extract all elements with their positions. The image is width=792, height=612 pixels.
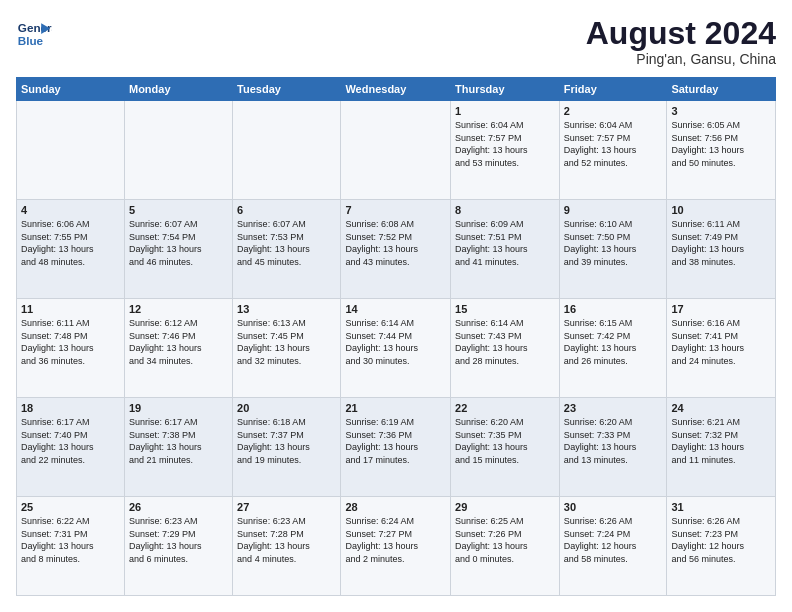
day-cell: 9Sunrise: 6:10 AM Sunset: 7:50 PM Daylig… [559, 200, 667, 299]
day-cell [124, 101, 232, 200]
day-number: 3 [671, 105, 771, 117]
week-row-4: 25Sunrise: 6:22 AM Sunset: 7:31 PM Dayli… [17, 497, 776, 596]
day-number: 1 [455, 105, 555, 117]
day-cell: 16Sunrise: 6:15 AM Sunset: 7:42 PM Dayli… [559, 299, 667, 398]
day-info: Sunrise: 6:20 AM Sunset: 7:33 PM Dayligh… [564, 416, 663, 466]
day-number: 17 [671, 303, 771, 315]
day-info: Sunrise: 6:04 AM Sunset: 7:57 PM Dayligh… [564, 119, 663, 169]
day-cell: 14Sunrise: 6:14 AM Sunset: 7:44 PM Dayli… [341, 299, 451, 398]
day-number: 20 [237, 402, 336, 414]
day-number: 31 [671, 501, 771, 513]
day-number: 28 [345, 501, 446, 513]
col-header-thursday: Thursday [451, 78, 560, 101]
day-cell: 11Sunrise: 6:11 AM Sunset: 7:48 PM Dayli… [17, 299, 125, 398]
day-info: Sunrise: 6:18 AM Sunset: 7:37 PM Dayligh… [237, 416, 336, 466]
day-number: 13 [237, 303, 336, 315]
day-number: 22 [455, 402, 555, 414]
day-number: 30 [564, 501, 663, 513]
day-cell: 7Sunrise: 6:08 AM Sunset: 7:52 PM Daylig… [341, 200, 451, 299]
day-number: 4 [21, 204, 120, 216]
day-number: 12 [129, 303, 228, 315]
week-row-2: 11Sunrise: 6:11 AM Sunset: 7:48 PM Dayli… [17, 299, 776, 398]
day-info: Sunrise: 6:10 AM Sunset: 7:50 PM Dayligh… [564, 218, 663, 268]
day-info: Sunrise: 6:07 AM Sunset: 7:54 PM Dayligh… [129, 218, 228, 268]
day-cell: 21Sunrise: 6:19 AM Sunset: 7:36 PM Dayli… [341, 398, 451, 497]
day-number: 19 [129, 402, 228, 414]
day-number: 29 [455, 501, 555, 513]
day-info: Sunrise: 6:22 AM Sunset: 7:31 PM Dayligh… [21, 515, 120, 565]
day-info: Sunrise: 6:15 AM Sunset: 7:42 PM Dayligh… [564, 317, 663, 367]
day-info: Sunrise: 6:21 AM Sunset: 7:32 PM Dayligh… [671, 416, 771, 466]
calendar-title: August 2024 [586, 16, 776, 51]
col-header-sunday: Sunday [17, 78, 125, 101]
calendar-header-row: SundayMondayTuesdayWednesdayThursdayFrid… [17, 78, 776, 101]
day-number: 24 [671, 402, 771, 414]
day-cell: 29Sunrise: 6:25 AM Sunset: 7:26 PM Dayli… [451, 497, 560, 596]
day-cell: 2Sunrise: 6:04 AM Sunset: 7:57 PM Daylig… [559, 101, 667, 200]
day-cell: 10Sunrise: 6:11 AM Sunset: 7:49 PM Dayli… [667, 200, 776, 299]
day-info: Sunrise: 6:16 AM Sunset: 7:41 PM Dayligh… [671, 317, 771, 367]
day-cell: 27Sunrise: 6:23 AM Sunset: 7:28 PM Dayli… [233, 497, 341, 596]
day-info: Sunrise: 6:14 AM Sunset: 7:44 PM Dayligh… [345, 317, 446, 367]
day-cell: 6Sunrise: 6:07 AM Sunset: 7:53 PM Daylig… [233, 200, 341, 299]
day-cell: 23Sunrise: 6:20 AM Sunset: 7:33 PM Dayli… [559, 398, 667, 497]
day-info: Sunrise: 6:04 AM Sunset: 7:57 PM Dayligh… [455, 119, 555, 169]
day-info: Sunrise: 6:19 AM Sunset: 7:36 PM Dayligh… [345, 416, 446, 466]
day-info: Sunrise: 6:08 AM Sunset: 7:52 PM Dayligh… [345, 218, 446, 268]
day-info: Sunrise: 6:12 AM Sunset: 7:46 PM Dayligh… [129, 317, 228, 367]
day-info: Sunrise: 6:13 AM Sunset: 7:45 PM Dayligh… [237, 317, 336, 367]
day-number: 7 [345, 204, 446, 216]
week-row-3: 18Sunrise: 6:17 AM Sunset: 7:40 PM Dayli… [17, 398, 776, 497]
day-cell: 12Sunrise: 6:12 AM Sunset: 7:46 PM Dayli… [124, 299, 232, 398]
day-number: 26 [129, 501, 228, 513]
day-cell: 3Sunrise: 6:05 AM Sunset: 7:56 PM Daylig… [667, 101, 776, 200]
day-number: 27 [237, 501, 336, 513]
calendar-subtitle: Ping'an, Gansu, China [586, 51, 776, 67]
day-info: Sunrise: 6:09 AM Sunset: 7:51 PM Dayligh… [455, 218, 555, 268]
day-number: 11 [21, 303, 120, 315]
logo-icon: General Blue [16, 16, 52, 52]
svg-text:Blue: Blue [18, 34, 44, 47]
day-cell: 30Sunrise: 6:26 AM Sunset: 7:24 PM Dayli… [559, 497, 667, 596]
col-header-friday: Friday [559, 78, 667, 101]
day-info: Sunrise: 6:17 AM Sunset: 7:38 PM Dayligh… [129, 416, 228, 466]
day-number: 2 [564, 105, 663, 117]
day-info: Sunrise: 6:26 AM Sunset: 7:24 PM Dayligh… [564, 515, 663, 565]
day-cell: 19Sunrise: 6:17 AM Sunset: 7:38 PM Dayli… [124, 398, 232, 497]
day-info: Sunrise: 6:26 AM Sunset: 7:23 PM Dayligh… [671, 515, 771, 565]
day-info: Sunrise: 6:11 AM Sunset: 7:49 PM Dayligh… [671, 218, 771, 268]
week-row-1: 4Sunrise: 6:06 AM Sunset: 7:55 PM Daylig… [17, 200, 776, 299]
day-info: Sunrise: 6:24 AM Sunset: 7:27 PM Dayligh… [345, 515, 446, 565]
day-cell [341, 101, 451, 200]
day-number: 9 [564, 204, 663, 216]
day-info: Sunrise: 6:23 AM Sunset: 7:29 PM Dayligh… [129, 515, 228, 565]
day-cell: 20Sunrise: 6:18 AM Sunset: 7:37 PM Dayli… [233, 398, 341, 497]
day-number: 10 [671, 204, 771, 216]
day-number: 14 [345, 303, 446, 315]
day-info: Sunrise: 6:11 AM Sunset: 7:48 PM Dayligh… [21, 317, 120, 367]
day-cell: 1Sunrise: 6:04 AM Sunset: 7:57 PM Daylig… [451, 101, 560, 200]
day-cell [233, 101, 341, 200]
day-cell: 31Sunrise: 6:26 AM Sunset: 7:23 PM Dayli… [667, 497, 776, 596]
day-info: Sunrise: 6:17 AM Sunset: 7:40 PM Dayligh… [21, 416, 120, 466]
col-header-saturday: Saturday [667, 78, 776, 101]
day-info: Sunrise: 6:06 AM Sunset: 7:55 PM Dayligh… [21, 218, 120, 268]
day-cell: 4Sunrise: 6:06 AM Sunset: 7:55 PM Daylig… [17, 200, 125, 299]
day-cell: 28Sunrise: 6:24 AM Sunset: 7:27 PM Dayli… [341, 497, 451, 596]
day-number: 23 [564, 402, 663, 414]
day-cell: 26Sunrise: 6:23 AM Sunset: 7:29 PM Dayli… [124, 497, 232, 596]
day-cell: 8Sunrise: 6:09 AM Sunset: 7:51 PM Daylig… [451, 200, 560, 299]
day-info: Sunrise: 6:20 AM Sunset: 7:35 PM Dayligh… [455, 416, 555, 466]
day-info: Sunrise: 6:14 AM Sunset: 7:43 PM Dayligh… [455, 317, 555, 367]
day-info: Sunrise: 6:07 AM Sunset: 7:53 PM Dayligh… [237, 218, 336, 268]
col-header-tuesday: Tuesday [233, 78, 341, 101]
logo: General Blue [16, 16, 52, 52]
day-cell: 18Sunrise: 6:17 AM Sunset: 7:40 PM Dayli… [17, 398, 125, 497]
calendar-table: SundayMondayTuesdayWednesdayThursdayFrid… [16, 77, 776, 596]
day-cell: 17Sunrise: 6:16 AM Sunset: 7:41 PM Dayli… [667, 299, 776, 398]
calendar-page: General Blue August 2024 Ping'an, Gansu,… [0, 0, 792, 612]
day-number: 5 [129, 204, 228, 216]
day-cell: 22Sunrise: 6:20 AM Sunset: 7:35 PM Dayli… [451, 398, 560, 497]
day-number: 25 [21, 501, 120, 513]
day-number: 6 [237, 204, 336, 216]
